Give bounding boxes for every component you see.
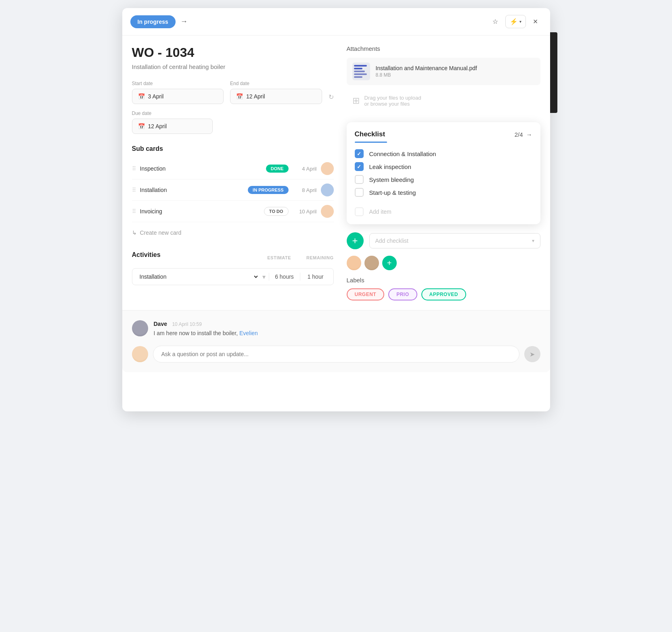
end-date-input[interactable]: 📅 12 April <box>230 89 322 104</box>
drop-zone-text: Drag your files to upload or browse your… <box>364 95 421 107</box>
checklist-title: Checklist <box>355 130 385 138</box>
avatar <box>321 205 334 218</box>
refresh-button[interactable]: ↻ <box>329 93 334 104</box>
file-line <box>354 71 365 72</box>
checklist-item-label: System bleeding <box>369 176 414 183</box>
labels-section: Labels URGENT PRIO APPROVED <box>347 277 540 300</box>
activities-header: Activities ESTIMATE REMAINING <box>132 251 334 264</box>
wo-description: Installation of central heating boiler <box>132 63 334 71</box>
checklist-items: Connection & Installation Leak inspectio… <box>355 149 532 216</box>
attachments-section: Attachments Installation and Maintenance… <box>347 45 540 113</box>
calendar-icon-end: 📅 <box>236 93 243 100</box>
checkbox[interactable] <box>355 188 364 197</box>
sub-card-date: 8 April <box>293 187 317 193</box>
add-checklist-row: + Add checklist ▾ <box>347 232 540 249</box>
attachments-title: Attachments <box>347 45 540 52</box>
label-badge[interactable]: PRIO <box>388 288 417 300</box>
checkbox[interactable] <box>355 162 364 171</box>
comment-input-row: ➤ <box>132 346 540 363</box>
divider <box>300 273 300 281</box>
add-checklist-input[interactable]: Add checklist ▾ <box>369 233 540 248</box>
start-date-field: Start date 📅 3 April <box>132 81 224 104</box>
start-date-value: 3 April <box>148 93 164 100</box>
send-button[interactable]: ➤ <box>524 346 540 362</box>
labels-row: URGENT PRIO APPROVED <box>347 288 540 300</box>
file-line <box>354 73 367 75</box>
end-date-label: End date <box>230 81 322 86</box>
due-date-value: 12 April <box>148 123 167 129</box>
add-checklist-label: Add checklist <box>375 238 408 244</box>
table-row: ⠿ Installation IN PROGRESS 8 April <box>132 179 334 201</box>
status-badge: DONE <box>266 165 289 173</box>
sub-card-name: Installation <box>140 187 244 193</box>
add-checklist-button[interactable]: + <box>347 232 364 249</box>
chevron-down-icon: ▾ <box>262 273 266 281</box>
label-badge[interactable]: URGENT <box>347 288 385 300</box>
drag-handle-icon[interactable]: ⠿ <box>132 208 136 215</box>
comment-mention[interactable]: Evelien <box>239 330 258 336</box>
close-button[interactable]: × <box>529 15 542 29</box>
lightning-button[interactable]: ⚡ ▾ <box>505 15 526 28</box>
drop-zone[interactable]: ⊞ Drag your files to upload or browse yo… <box>347 89 540 113</box>
activities-section: Activities ESTIMATE REMAINING Installati… <box>132 251 334 285</box>
checklist-card: Checklist 2/4 → Connection & Installatio… <box>347 122 540 224</box>
checkbox[interactable] <box>355 175 364 184</box>
sub-card-date: 10 April <box>293 209 317 215</box>
add-member-button[interactable]: + <box>382 256 397 270</box>
comment-row: Dave 10 April 10:59 I am here now to ins… <box>132 320 540 338</box>
avatar <box>347 256 361 270</box>
work-order-modal: In progress → ☆ ⚡ ▾ × WO - 1034 Installa… <box>122 8 550 411</box>
checklist-header: Checklist 2/4 → <box>355 130 532 138</box>
due-date-label: Due date <box>132 111 334 116</box>
estimate-col-label: ESTIMATE <box>267 255 291 260</box>
checklist-item-label: Connection & Installation <box>369 150 436 157</box>
due-date-input[interactable]: 📅 12 April <box>132 119 213 134</box>
drop-zone-main: Drag your files to upload <box>364 95 421 101</box>
commenter-avatar <box>132 320 148 336</box>
arrow-right-button[interactable]: → <box>180 17 188 26</box>
header-left: In progress → <box>130 15 188 28</box>
attachment-size: 8.8 MB <box>376 72 535 78</box>
return-icon: ↳ <box>132 229 137 236</box>
modal-shadow <box>550 32 557 113</box>
activity-select[interactable]: Installation <box>138 273 259 280</box>
end-date-value: 12 April <box>246 93 265 100</box>
add-item-placeholder[interactable]: Add item <box>369 209 391 215</box>
checkbox[interactable] <box>355 149 364 158</box>
drag-handle-icon[interactable]: ⠿ <box>132 165 136 172</box>
list-item: Start-up & testing <box>355 188 532 197</box>
avatar <box>321 162 334 175</box>
checklist-count: 2/4 <box>515 131 523 138</box>
calendar-icon: 📅 <box>138 93 145 100</box>
activities-title: Activities <box>132 251 161 259</box>
list-item: Installation ▾ 6 hours 1 hour <box>132 268 334 285</box>
comment-meta: 10 April 10:59 <box>172 321 201 327</box>
chevron-down-icon: ▾ <box>532 238 534 244</box>
status-badge: IN PROGRESS <box>248 186 288 194</box>
divider <box>269 273 269 281</box>
file-icon <box>352 63 370 80</box>
status-badge: TO DO <box>264 207 289 216</box>
drag-handle-icon[interactable]: ⠿ <box>132 187 136 193</box>
add-item-row: Add item <box>355 206 532 216</box>
label-badge[interactable]: APPROVED <box>421 288 466 300</box>
create-new-card-button[interactable]: ↳ Create new card <box>132 225 334 240</box>
sub-cards-list: ⠿ Inspection DONE 4 April ⠿ Installation… <box>132 158 334 222</box>
send-icon: ➤ <box>530 350 535 358</box>
comment-input[interactable] <box>153 346 519 363</box>
star-button[interactable]: ☆ <box>488 15 502 28</box>
comment-section: Dave 10 April 10:59 I am here now to ins… <box>122 310 550 372</box>
remaining-col-label: REMAINING <box>306 255 333 260</box>
header-right: ☆ ⚡ ▾ × <box>488 15 542 29</box>
comment-content: Dave 10 April 10:59 I am here now to ins… <box>154 320 258 338</box>
list-item: Leak inspection <box>355 162 532 171</box>
file-line <box>354 65 367 67</box>
due-date-section: Due date 📅 12 April <box>132 111 334 134</box>
estimate-value: 6 hours <box>272 273 297 280</box>
calendar-icon-due: 📅 <box>138 123 145 129</box>
start-date-input[interactable]: 📅 3 April <box>132 89 224 104</box>
status-button[interactable]: In progress <box>130 15 176 28</box>
upload-icon: ⊞ <box>352 96 360 106</box>
comment-text: I am here now to install the boiler, Eve… <box>154 329 258 338</box>
checklist-arrow: → <box>526 131 532 138</box>
